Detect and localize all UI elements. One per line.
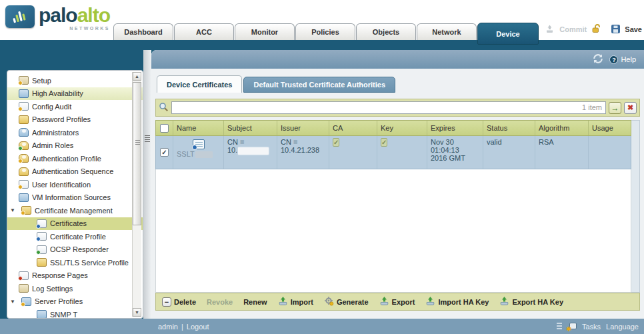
- import-ha-key-button[interactable]: Import HA Key: [425, 297, 489, 307]
- sidebar-item-authentication-profile[interactable]: Authentication Profile: [7, 152, 143, 165]
- sidebar-item-setup[interactable]: Setup: [7, 74, 143, 87]
- export-ha-key-button[interactable]: Export HA Key: [499, 297, 563, 307]
- tab-device[interactable]: Device: [477, 23, 539, 45]
- search-icon: [159, 102, 169, 113]
- search-input[interactable]: [171, 101, 606, 114]
- table-scrollbar[interactable]: [631, 120, 640, 293]
- logout-link[interactable]: Logout: [187, 323, 209, 331]
- column-header-status[interactable]: Status: [483, 121, 535, 135]
- column-header-issuer[interactable]: Issuer: [277, 121, 329, 135]
- column-header-algorithm[interactable]: Algorithm: [535, 121, 589, 135]
- logged-in-user: admin: [158, 323, 178, 331]
- tab-monitor[interactable]: Monitor: [235, 23, 295, 40]
- vm-information-sources-icon: [19, 193, 29, 202]
- server-profiles-icon: [21, 297, 31, 306]
- export-button[interactable]: Export: [379, 297, 415, 307]
- clear-filter-button[interactable]: ✖: [624, 102, 637, 114]
- help-button[interactable]: ? Help: [609, 55, 636, 64]
- certificates-icon: [37, 219, 47, 228]
- content-body: Device Certificates Default Trusted Cert…: [151, 69, 644, 319]
- tab-device-certificates[interactable]: Device Certificates: [157, 75, 242, 93]
- sidebar-item-certificate-management[interactable]: ▼Certificate Management: [7, 204, 143, 217]
- app-window: paloalto NETWORKS Dashboard ACC Monitor …: [0, 0, 644, 334]
- ocsp-responder-icon: [37, 245, 47, 254]
- password-profiles-icon: [19, 115, 29, 124]
- tab-dashboard[interactable]: Dashboard: [113, 23, 173, 40]
- sidebar-item-vm-information-sources[interactable]: VM Information Sources: [7, 191, 143, 205]
- user-identification-icon: [19, 180, 29, 189]
- sidebar-item-admin-roles[interactable]: Admin Roles: [7, 139, 143, 153]
- item-count: 1 item: [582, 103, 602, 111]
- import-button[interactable]: Import: [278, 297, 313, 307]
- sidebar-item-response-pages[interactable]: Response Pages: [7, 269, 143, 283]
- tab-policies[interactable]: Policies: [295, 23, 355, 40]
- tab-network[interactable]: Network: [417, 23, 477, 40]
- language-button[interactable]: Language: [606, 323, 639, 331]
- cell-status: valid: [483, 136, 535, 169]
- sidebar-item-user-identification[interactable]: User Identification: [7, 178, 143, 191]
- column-header-key[interactable]: Key: [377, 121, 427, 135]
- redaction-whiteout: [238, 147, 269, 155]
- sidebar-item-snmp-trap[interactable]: SNMP T: [7, 308, 143, 319]
- column-header-expires[interactable]: Expires: [427, 121, 483, 135]
- certificate-name[interactable]: SSLT: [177, 150, 195, 158]
- column-header-ca[interactable]: CA: [329, 121, 377, 135]
- sidebar-scroll-thumb[interactable]: [133, 82, 141, 225]
- revoke-button[interactable]: Revoke: [207, 298, 233, 306]
- renew-button[interactable]: Renew: [243, 298, 267, 306]
- column-header-usage[interactable]: Usage: [589, 121, 631, 135]
- splitter-grip-icon[interactable]: [145, 135, 150, 142]
- sidebar-item-password-profiles[interactable]: Password Profiles: [7, 113, 143, 127]
- ca-checkbox: ✓: [333, 138, 339, 147]
- log-settings-icon: [19, 284, 29, 293]
- cell-usage: [589, 136, 631, 169]
- top-header: paloalto NETWORKS Dashboard ACC Monitor …: [0, 0, 644, 40]
- scroll-down-icon[interactable]: ▼: [133, 308, 141, 317]
- chevron-expanded-icon[interactable]: ▼: [10, 299, 18, 305]
- sidebar-scrollbar[interactable]: ▲ ▼: [132, 72, 141, 317]
- select-all-checkbox[interactable]: [160, 124, 169, 133]
- table-row[interactable]: ✓ SSLT CN = 10. CN = 10.4.21.238: [155, 136, 631, 169]
- help-icon: ?: [609, 55, 618, 64]
- sidebar-item-ssl-tls-service-profile[interactable]: SSL/TLS Service Profile: [7, 256, 143, 269]
- sidebar-item-log-settings[interactable]: Log Settings: [7, 282, 143, 295]
- import-ha-key-icon: [425, 297, 435, 307]
- sidebar-splitter[interactable]: [143, 50, 151, 319]
- sidebar-item-certificates[interactable]: Certificates: [7, 217, 143, 231]
- resize-grip-icon[interactable]: [557, 323, 562, 331]
- main-nav-tabs: Dashboard ACC Monitor Policies Objects N…: [113, 23, 539, 40]
- table-empty-area: [155, 169, 631, 293]
- delete-button[interactable]: −Delete: [162, 297, 196, 307]
- generate-button[interactable]: Generate: [324, 297, 369, 307]
- sidebar-item-certificate-profile[interactable]: Certificate Profile: [7, 230, 143, 243]
- certificate-profile-icon: [37, 232, 47, 241]
- certificates-toolbar: −Delete Revoke Renew Import Generate Exp…: [155, 293, 640, 311]
- tab-objects[interactable]: Objects: [356, 23, 416, 40]
- logo-text-alto: alto: [77, 4, 110, 26]
- search-bar: 1 item → ✖: [155, 99, 640, 117]
- sidebar-item-config-audit[interactable]: Config Audit: [7, 100, 143, 113]
- tasks-button[interactable]: Tasks: [582, 323, 601, 331]
- column-header-name[interactable]: Name: [173, 121, 224, 135]
- commit-button[interactable]: Commit: [559, 25, 587, 33]
- sidebar-item-high-availability[interactable]: High Availability: [7, 87, 143, 101]
- tab-default-trusted-certificate-authorities[interactable]: Default Trusted Certificate Authorities: [243, 77, 395, 93]
- refresh-icon[interactable]: [593, 54, 603, 65]
- scroll-up-icon[interactable]: ▲: [133, 72, 141, 81]
- cell-algorithm: RSA: [535, 136, 589, 169]
- sidebar-item-ocsp-responder[interactable]: OCSP Responder: [7, 243, 143, 257]
- lock-icon[interactable]: [591, 24, 601, 35]
- sidebar-item-administrators[interactable]: Administrators: [7, 126, 143, 139]
- save-icon: [611, 25, 620, 35]
- row-checkbox[interactable]: ✓: [160, 148, 169, 157]
- save-button[interactable]: Save: [625, 25, 642, 33]
- sidebar-item-server-profiles[interactable]: ▼Server Profiles: [7, 295, 143, 309]
- export-icon: [379, 297, 389, 307]
- apply-filter-button[interactable]: →: [609, 102, 621, 114]
- certificate-subtabs: Device Certificates Default Trusted Cert…: [157, 75, 640, 93]
- header-actions: Commit Save: [545, 24, 642, 35]
- tab-acc[interactable]: ACC: [174, 23, 234, 40]
- sidebar-item-authentication-sequence[interactable]: Authentication Sequence: [7, 165, 143, 179]
- column-header-subject[interactable]: Subject: [224, 121, 277, 135]
- chevron-expanded-icon[interactable]: ▼: [10, 207, 18, 213]
